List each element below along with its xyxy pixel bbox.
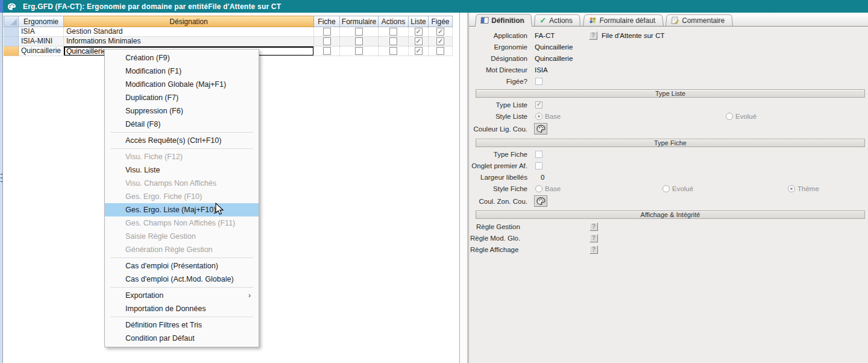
menu-item-cas-emploi-presentation[interactable]: Cas d'emploi (Présentation) [105, 259, 259, 273]
menu-item-modification[interactable]: Modification (F1) [105, 65, 259, 78]
row-selector-current[interactable] [4, 46, 19, 56]
menu-item-ges-champs-non-affiches[interactable]: Ges. Champs Non Affichés (F11) [105, 216, 259, 230]
menu-item-cas-emploi-act-mod-globale[interactable]: Cas d'emploi (Act.Mod. Globale) [105, 273, 259, 286]
menu-item-duplication[interactable]: Duplication (F7) [105, 91, 259, 104]
fiche-checkbox[interactable] [323, 28, 331, 36]
title-bar[interactable]: Erg.GFD (FA-CT): Ergonomie par domaine p… [0, 0, 868, 13]
radio-evolue[interactable] [726, 113, 733, 120]
cell-figee [429, 46, 453, 56]
cell-designation[interactable]: Gestion Standard [64, 27, 314, 37]
field-label: Style Liste [469, 112, 527, 121]
menu-item-visu-liste[interactable]: Visu. Liste [105, 163, 259, 177]
field-label: Ergonomie [469, 42, 527, 52]
menu-item-generation-regle-gestion[interactable]: Génération Règle Gestion [105, 243, 259, 256]
radio-base[interactable] [535, 113, 542, 120]
fiche-checkbox[interactable] [323, 47, 331, 55]
field-style-fiche: Style Fiche Base Evolué Thème [469, 184, 868, 194]
menu-item-condition-par-defaut[interactable]: Condition par Défaut [105, 332, 259, 345]
field-label: Style Fiche [469, 184, 527, 194]
palette-icon [7, 2, 16, 11]
figee-checkbox[interactable] [436, 37, 444, 45]
type-liste-checkbox[interactable] [535, 101, 542, 109]
liste-checkbox[interactable] [415, 47, 423, 55]
actions-checkbox[interactable] [389, 37, 397, 45]
select-all-triangle-icon [10, 19, 17, 25]
cell-ergonomie[interactable]: ISIA-MINI [19, 37, 64, 46]
onglet-premier-checkbox[interactable] [535, 162, 542, 169]
menu-item-saisie-regle-gestion[interactable]: Saisie Règle Gestion [105, 230, 259, 243]
form-palette-icon [588, 16, 597, 24]
menu-item-ges-ergo-liste[interactable]: Ges. Ergo. Liste (Maj+F10) [105, 203, 259, 216]
field-label: Mot Directeur [469, 65, 527, 75]
field-designation: Désignation Quincaillerie [469, 54, 868, 63]
field-label: Type Fiche [469, 150, 527, 159]
tab-actions[interactable]: ✓ Actions [534, 14, 580, 26]
menu-item-detail[interactable]: Détail (F8) [105, 118, 259, 131]
palette-icon [536, 197, 546, 205]
menu-item-definition-filtres-tris[interactable]: Définition Filtres et Tris [105, 318, 259, 332]
type-fiche-checkbox[interactable] [535, 151, 542, 158]
color-picker-button[interactable] [534, 195, 547, 207]
figee-checkbox[interactable] [535, 78, 542, 85]
splitter-grip-icon[interactable] [1, 174, 2, 198]
field-value: ISIA [535, 65, 548, 75]
table-row[interactable]: ISIA-MINI Informations Minimales [4, 37, 453, 46]
actions-checkbox[interactable] [389, 47, 397, 55]
figee-checkbox[interactable] [436, 47, 444, 55]
header-designation[interactable]: Désignation [64, 16, 314, 27]
left-dock-strip[interactable] [0, 13, 3, 363]
menu-item-visu-fiche[interactable]: Visu. Fiche (F12) [105, 150, 259, 163]
header-formulaire[interactable]: Formulaire [340, 16, 379, 27]
tab-commentaire[interactable]: Commentaire [665, 14, 733, 26]
menu-item-label: Exportation [125, 291, 163, 300]
cell-ergonomie[interactable]: ISIA [19, 27, 64, 37]
help-button[interactable]: ? [590, 223, 598, 231]
color-picker-button[interactable] [534, 123, 547, 134]
radio-evolue[interactable] [662, 185, 670, 192]
actions-checkbox[interactable] [389, 28, 397, 36]
menu-item-suppression[interactable]: Suppression (F6) [105, 104, 259, 118]
field-label: Désignation [469, 54, 527, 63]
fiche-checkbox[interactable] [323, 37, 331, 45]
menu-item-creation[interactable]: Création (F9) [105, 51, 259, 65]
cell-ergonomie[interactable]: Quincaillerie [19, 46, 64, 56]
row-selector[interactable] [4, 27, 19, 37]
radio-label: Evolué [672, 184, 693, 194]
tab-formulaire-defaut[interactable]: Formulaire défaut [583, 14, 664, 26]
menu-item-exportation[interactable]: Exportation › [105, 289, 259, 302]
menu-item-importation-donnees[interactable]: Importation de Données [105, 302, 259, 315]
header-fiche[interactable]: Fiche [314, 16, 340, 27]
menu-item-visu-champs-non-affiches[interactable]: Visu. Champs Non Affichés [105, 177, 259, 190]
cell-figee [429, 27, 453, 37]
radio-base[interactable] [535, 185, 542, 192]
figee-checkbox[interactable] [436, 28, 444, 36]
header-ergonomie[interactable]: Ergonomie [19, 16, 64, 27]
help-button[interactable]: ? [590, 234, 598, 242]
liste-checkbox[interactable] [415, 28, 423, 36]
row-selector[interactable] [4, 37, 19, 46]
menu-item-modification-globale[interactable]: Modification Globale (Maj+F1) [105, 78, 259, 91]
table-row[interactable]: ISIA Gestion Standard [4, 27, 453, 37]
header-figee[interactable]: Figée [429, 16, 453, 27]
formulaire-checkbox[interactable] [355, 28, 363, 36]
vertical-scrollbar[interactable] [459, 13, 468, 363]
cell-designation[interactable]: Informations Minimales [64, 37, 314, 46]
field-largeur-libelles: Largeur libellés 0 [469, 172, 868, 182]
help-button[interactable]: ? [589, 31, 597, 40]
formulaire-checkbox[interactable] [355, 37, 363, 45]
help-button[interactable]: ? [590, 245, 598, 254]
tab-definition[interactable]: Définition [475, 14, 532, 27]
radio-label: Base [545, 112, 561, 121]
formulaire-checkbox[interactable] [355, 47, 363, 55]
radio-theme[interactable] [788, 185, 795, 192]
liste-checkbox[interactable] [415, 37, 423, 45]
radio-label: Evolué [735, 112, 756, 121]
header-actions[interactable]: Actions [379, 16, 409, 27]
select-all-header[interactable] [4, 16, 19, 27]
menu-item-acces-requetes[interactable]: Accès Requête(s) (Ctrl+F10) [105, 134, 259, 147]
field-regle-mod-glo: Règle Mod. Glo. ? [469, 233, 868, 243]
field-value: Quincaillerie [535, 42, 573, 52]
header-liste[interactable]: Liste [409, 16, 429, 27]
menu-item-ges-ergo-fiche[interactable]: Ges. Ergo. Fiche (F10) [105, 190, 259, 203]
cell-fiche [314, 27, 340, 37]
